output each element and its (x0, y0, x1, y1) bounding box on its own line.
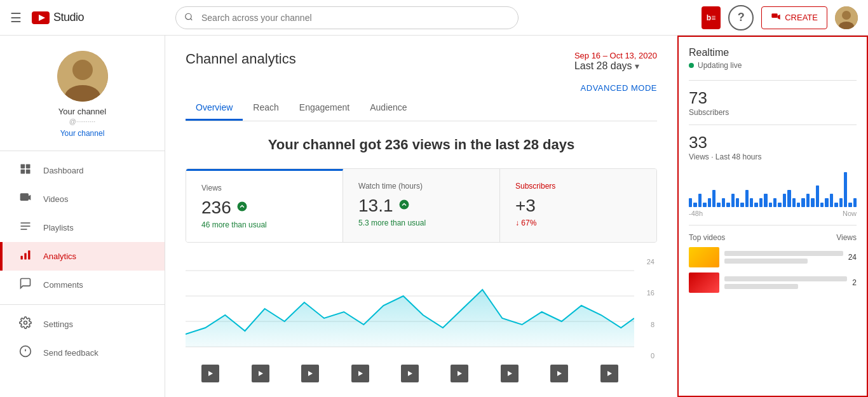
video-thumb-8[interactable] (550, 365, 568, 382)
svg-point-28 (237, 202, 247, 212)
video-thumb-6[interactable] (451, 365, 468, 382)
channel-name: Your channel (58, 107, 106, 116)
video-thumb-1[interactable] (201, 365, 219, 382)
video-thumb-3[interactable] (301, 365, 319, 382)
top-video-row-2[interactable]: 2 (689, 273, 857, 293)
realtime-bar-chart (689, 169, 857, 207)
logo-text: Studio (53, 11, 84, 24)
bar-item (806, 194, 810, 207)
advanced-mode-link[interactable]: ADVANCED MODE (581, 83, 657, 93)
video-thumb-2[interactable] (252, 365, 269, 382)
date-period-selector[interactable]: Last 28 days ▾ (574, 60, 657, 72)
sidebar-item-comments[interactable]: Comments (0, 271, 165, 299)
analytics-label: Analytics (43, 252, 76, 261)
tab-overview[interactable]: Overview (186, 96, 243, 121)
tab-audience[interactable]: Audience (360, 96, 417, 121)
stat-card-views[interactable]: Views 236 46 more than usual (186, 169, 343, 242)
stat-card-watch-time[interactable]: Watch time (hours) 13.1 5.3 more than us… (343, 169, 500, 242)
subscribers-pct: 67% (521, 219, 536, 227)
logo[interactable]: Studio (32, 11, 84, 24)
create-label: CREATE (785, 13, 818, 22)
top-video-title-2 (724, 276, 847, 289)
svg-rect-14 (21, 170, 25, 174)
hamburger-icon[interactable]: ☰ (10, 10, 22, 25)
top-video-row-1[interactable]: 24 (689, 247, 857, 267)
realtime-divider-3 (689, 225, 857, 225)
bar-item (834, 203, 837, 207)
svg-marker-35 (259, 371, 263, 376)
bar-item (698, 194, 702, 207)
realtime-subscribers-value: 73 (689, 88, 857, 108)
video-thumb-9[interactable] (600, 365, 618, 382)
comments-label: Comments (43, 280, 83, 290)
line-chart (186, 258, 634, 360)
svg-point-7 (842, 11, 851, 20)
realtime-divider-2 (689, 124, 857, 125)
bar-item (787, 190, 790, 208)
down-arrow-icon: ↓ (515, 219, 519, 227)
settings-label: Settings (43, 320, 73, 329)
bar-item (693, 203, 696, 207)
sidebar-item-settings[interactable]: Settings (0, 310, 165, 339)
y-label-0: 0 (637, 352, 654, 360)
subscribers-label: Subscribers (515, 182, 641, 191)
sidebar-item-videos[interactable]: Videos (0, 185, 165, 213)
sidebar-item-feedback[interactable]: Send feedback (0, 339, 165, 367)
create-icon (771, 13, 781, 23)
bar-item (839, 198, 843, 207)
sidebar: Your channel @·········· Your channel Da… (0, 36, 165, 397)
header-left: ☰ Studio (10, 10, 84, 25)
date-period: Last 28 days (574, 60, 632, 72)
feedback-label: Send feedback (43, 348, 98, 358)
video-thumb-4[interactable] (351, 365, 369, 382)
bar-item (745, 190, 749, 208)
realtime-subscribers-label: Subscribers (689, 108, 857, 117)
dashboard-icon (18, 163, 33, 178)
help-button[interactable]: ? (728, 5, 754, 30)
views-value: 236 (201, 198, 231, 218)
bar-item (820, 203, 824, 207)
bar-item (853, 198, 857, 207)
realtime-views-label: Views · Last 48 hours (689, 152, 857, 161)
feedback-icon (18, 345, 33, 361)
top-video-views-2: 2 (852, 278, 857, 287)
svg-rect-23 (28, 250, 30, 259)
svg-point-10 (72, 60, 93, 80)
user-avatar[interactable] (835, 6, 858, 29)
svg-marker-36 (308, 371, 313, 376)
main-content: Channel analytics Sep 16 – Oct 13, 2020 … (165, 36, 677, 397)
live-indicator: Updating live (689, 61, 857, 70)
videos-label: Videos (43, 194, 69, 204)
bar-item (726, 203, 729, 207)
create-button[interactable]: CREATE (761, 6, 827, 29)
svg-marker-39 (458, 371, 462, 376)
tab-engagement[interactable]: Engagement (289, 96, 360, 121)
video-thumb-7[interactable] (501, 365, 519, 382)
live-dot (689, 63, 694, 68)
stat-card-subscribers[interactable]: Subscribers +3 ↓ 67% (500, 169, 656, 242)
bar-item (816, 185, 819, 207)
bar-item (792, 198, 796, 207)
svg-rect-16 (20, 193, 29, 201)
svg-marker-41 (557, 371, 562, 376)
top-video-views-1: 24 (848, 253, 857, 262)
realtime-divider-1 (689, 80, 857, 81)
watch-time-value: 13.1 (358, 196, 393, 216)
channel-link[interactable]: Your channel (60, 129, 105, 138)
realtime-panel: Realtime Updating live 73 Subscribers 33… (677, 36, 868, 397)
sidebar-item-playlists[interactable]: Playlists (0, 213, 165, 242)
video-thumb-5[interactable] (401, 365, 419, 382)
bar-item (731, 194, 735, 207)
chevron-down-icon: ▾ (635, 61, 639, 71)
tab-reach[interactable]: Reach (243, 96, 288, 121)
search-bar[interactable] (175, 6, 519, 29)
comments-icon (18, 277, 33, 293)
top-video-thumb-1 (689, 247, 719, 267)
sidebar-item-dashboard[interactable]: Dashboard (0, 156, 165, 185)
live-text: Updating live (698, 61, 742, 70)
svg-rect-13 (26, 165, 31, 169)
yt-studio-button[interactable]: b≡ (702, 6, 721, 29)
sidebar-item-analytics[interactable]: Analytics (0, 242, 165, 271)
subscribers-value-row: +3 (515, 196, 641, 216)
search-input[interactable] (175, 6, 519, 29)
